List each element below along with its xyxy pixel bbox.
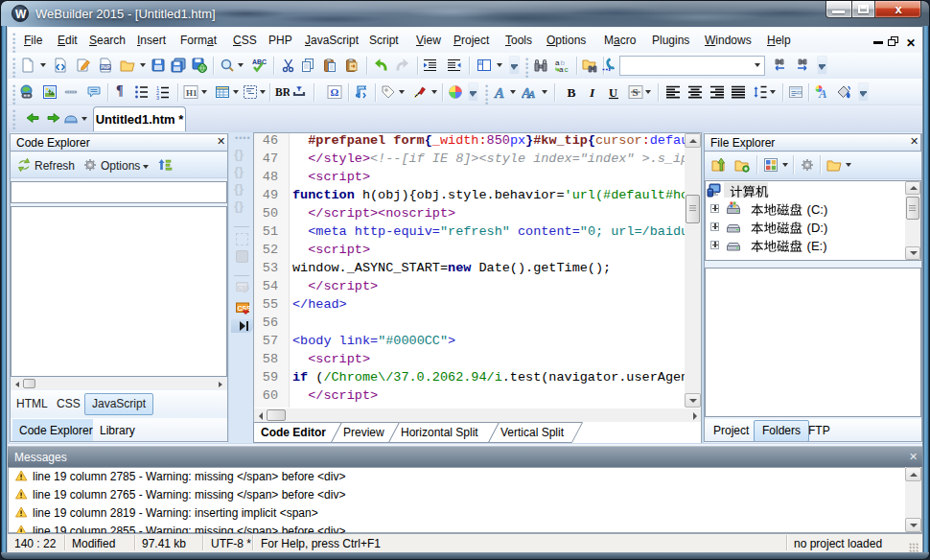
svg-text:BR: BR (275, 86, 290, 98)
svg-text:U: U (609, 86, 617, 100)
svg-text:H1: H1 (186, 88, 198, 98)
svg-text:A: A (527, 88, 535, 100)
svg-text:Ω: Ω (331, 86, 339, 98)
svg-text:3: 3 (156, 95, 159, 101)
svg-text:c: c (565, 65, 569, 73)
svg-text:I: I (589, 85, 595, 100)
svg-text:ABC: ABC (252, 58, 267, 65)
svg-text:A: A (494, 85, 504, 101)
svg-text:PHP: PHP (101, 65, 109, 70)
svg-text:B: B (568, 85, 576, 100)
svg-text:¶: ¶ (116, 83, 124, 98)
svg-text:a: a (559, 65, 564, 73)
